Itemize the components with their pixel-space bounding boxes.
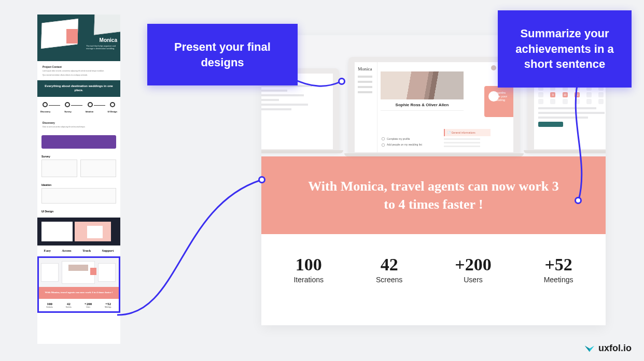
thumb-ideation: Ideation	[37, 180, 120, 207]
connector-3	[117, 176, 273, 321]
avatar-icon	[491, 65, 496, 70]
thumb-highlighted-section: With Monica, travel agents can now work …	[37, 256, 120, 313]
stat-users: +200Users	[455, 255, 491, 284]
connector-1-end	[338, 78, 345, 85]
thumb-hero-sub: The tool that helps organize and manage …	[86, 45, 117, 50]
thumb-discovery: Discovery Dolor sit amet consectetur adi…	[37, 117, 120, 133]
case-study-thumbnail: Monica The tool that helps organize and …	[37, 15, 120, 344]
thumb-hero: Monica The tool that helps organize and …	[37, 15, 120, 61]
laptop-center: Monica Sophie Sophie Ross & Oliver Allen…	[348, 57, 520, 154]
feed-list: 📄 General informations	[444, 129, 491, 149]
connector-3-end	[258, 176, 265, 183]
calendar-icon: 91011	[538, 85, 606, 104]
thumb-purple-card	[41, 135, 116, 149]
stats-row: 100Iterations 42Screens +200Users +52Mee…	[261, 234, 606, 299]
couple-photo	[381, 71, 464, 99]
couple-caption: Sophie Ross & Oliver Allen	[381, 99, 464, 111]
thumb-ui: UI Design	[37, 207, 120, 215]
progress-ring-icon	[488, 91, 499, 102]
callout-present-designs: Present your final designs	[147, 24, 298, 85]
app-logo: Monica	[358, 66, 374, 71]
thumb-stats: 100Iterations 42Screens +200Users +52Mee…	[39, 299, 119, 311]
thumb-dark-mock	[37, 218, 120, 246]
thumb-timeline-labels: Discovery Survey Ideation UI Design	[37, 110, 120, 117]
thumb-hero-title: Monica	[100, 37, 117, 43]
uxfolio-watermark: uxfol.io	[584, 342, 632, 354]
stat-iterations: 100Iterations	[293, 255, 324, 284]
thumb-survey: Survey	[37, 152, 120, 180]
uxfolio-logo-icon	[584, 342, 595, 354]
thumb-benefits: Easy Access Track Support	[37, 246, 120, 255]
thumb-banner: Everything about destination weddings in…	[37, 80, 120, 97]
countdown-card: 6 months before your wedding	[484, 86, 513, 117]
stat-meetings: +52Meetings	[544, 255, 573, 284]
callout-summarize: Summarize your achievements in a short s…	[498, 10, 632, 88]
thumb-project-context: Project Context Lorem ipsum dolor sit am…	[37, 61, 120, 80]
connector-2-end	[575, 197, 582, 204]
thumb-timeline	[37, 97, 120, 110]
task-list: Complete my profile Add people on my wed…	[382, 135, 438, 149]
achievement-headline: With Monica, travel agents can now work …	[261, 156, 606, 234]
thumb-headline: With Monica, travel agents can now work …	[39, 287, 119, 299]
stat-screens: 42Screens	[376, 255, 402, 284]
